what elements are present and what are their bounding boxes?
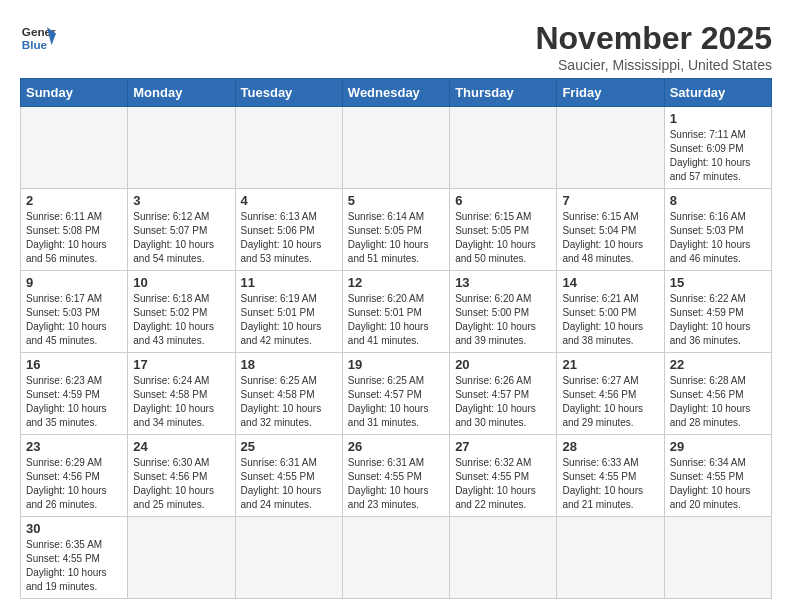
- day-number: 17: [133, 357, 229, 372]
- day-number: 14: [562, 275, 658, 290]
- header-monday: Monday: [128, 79, 235, 107]
- day-info: Sunrise: 6:18 AM Sunset: 5:02 PM Dayligh…: [133, 292, 229, 348]
- day-cell: 27Sunrise: 6:32 AM Sunset: 4:55 PM Dayli…: [450, 435, 557, 517]
- day-info: Sunrise: 6:35 AM Sunset: 4:55 PM Dayligh…: [26, 538, 122, 594]
- day-cell: 24Sunrise: 6:30 AM Sunset: 4:56 PM Dayli…: [128, 435, 235, 517]
- day-cell: 2Sunrise: 6:11 AM Sunset: 5:08 PM Daylig…: [21, 189, 128, 271]
- day-number: 1: [670, 111, 766, 126]
- day-cell: [342, 107, 449, 189]
- day-cell: [128, 107, 235, 189]
- day-info: Sunrise: 6:24 AM Sunset: 4:58 PM Dayligh…: [133, 374, 229, 430]
- svg-text:Blue: Blue: [22, 38, 48, 51]
- location-subtitle: Saucier, Mississippi, United States: [535, 57, 772, 73]
- day-cell: 16Sunrise: 6:23 AM Sunset: 4:59 PM Dayli…: [21, 353, 128, 435]
- week-row-5: 30Sunrise: 6:35 AM Sunset: 4:55 PM Dayli…: [21, 517, 772, 599]
- day-number: 27: [455, 439, 551, 454]
- day-info: Sunrise: 6:20 AM Sunset: 5:01 PM Dayligh…: [348, 292, 444, 348]
- week-row-3: 16Sunrise: 6:23 AM Sunset: 4:59 PM Dayli…: [21, 353, 772, 435]
- page-header: General Blue November 2025 Saucier, Miss…: [10, 10, 782, 78]
- day-cell: 29Sunrise: 6:34 AM Sunset: 4:55 PM Dayli…: [664, 435, 771, 517]
- day-info: Sunrise: 6:22 AM Sunset: 4:59 PM Dayligh…: [670, 292, 766, 348]
- day-number: 7: [562, 193, 658, 208]
- day-number: 3: [133, 193, 229, 208]
- day-cell: 10Sunrise: 6:18 AM Sunset: 5:02 PM Dayli…: [128, 271, 235, 353]
- day-number: 2: [26, 193, 122, 208]
- day-number: 4: [241, 193, 337, 208]
- day-info: Sunrise: 6:28 AM Sunset: 4:56 PM Dayligh…: [670, 374, 766, 430]
- day-cell: [450, 517, 557, 599]
- header-saturday: Saturday: [664, 79, 771, 107]
- day-cell: 19Sunrise: 6:25 AM Sunset: 4:57 PM Dayli…: [342, 353, 449, 435]
- day-info: Sunrise: 6:29 AM Sunset: 4:56 PM Dayligh…: [26, 456, 122, 512]
- day-info: Sunrise: 6:17 AM Sunset: 5:03 PM Dayligh…: [26, 292, 122, 348]
- day-cell: 15Sunrise: 6:22 AM Sunset: 4:59 PM Dayli…: [664, 271, 771, 353]
- day-info: Sunrise: 6:21 AM Sunset: 5:00 PM Dayligh…: [562, 292, 658, 348]
- day-cell: 4Sunrise: 6:13 AM Sunset: 5:06 PM Daylig…: [235, 189, 342, 271]
- title-block: November 2025 Saucier, Mississippi, Unit…: [535, 20, 772, 73]
- calendar-table: SundayMondayTuesdayWednesdayThursdayFrid…: [20, 78, 772, 599]
- day-number: 6: [455, 193, 551, 208]
- day-cell: [450, 107, 557, 189]
- day-cell: 6Sunrise: 6:15 AM Sunset: 5:05 PM Daylig…: [450, 189, 557, 271]
- day-info: Sunrise: 7:11 AM Sunset: 6:09 PM Dayligh…: [670, 128, 766, 184]
- day-info: Sunrise: 6:31 AM Sunset: 4:55 PM Dayligh…: [348, 456, 444, 512]
- week-row-4: 23Sunrise: 6:29 AM Sunset: 4:56 PM Dayli…: [21, 435, 772, 517]
- day-cell: [21, 107, 128, 189]
- day-number: 11: [241, 275, 337, 290]
- day-number: 16: [26, 357, 122, 372]
- day-info: Sunrise: 6:14 AM Sunset: 5:05 PM Dayligh…: [348, 210, 444, 266]
- logo-icon: General Blue: [20, 20, 56, 56]
- day-cell: [128, 517, 235, 599]
- day-info: Sunrise: 6:27 AM Sunset: 4:56 PM Dayligh…: [562, 374, 658, 430]
- day-cell: [664, 517, 771, 599]
- day-number: 25: [241, 439, 337, 454]
- day-info: Sunrise: 6:32 AM Sunset: 4:55 PM Dayligh…: [455, 456, 551, 512]
- day-cell: 28Sunrise: 6:33 AM Sunset: 4:55 PM Dayli…: [557, 435, 664, 517]
- day-cell: [557, 517, 664, 599]
- header-tuesday: Tuesday: [235, 79, 342, 107]
- day-cell: 22Sunrise: 6:28 AM Sunset: 4:56 PM Dayli…: [664, 353, 771, 435]
- day-number: 8: [670, 193, 766, 208]
- day-number: 30: [26, 521, 122, 536]
- day-cell: 25Sunrise: 6:31 AM Sunset: 4:55 PM Dayli…: [235, 435, 342, 517]
- day-info: Sunrise: 6:23 AM Sunset: 4:59 PM Dayligh…: [26, 374, 122, 430]
- day-info: Sunrise: 6:15 AM Sunset: 5:04 PM Dayligh…: [562, 210, 658, 266]
- header-row: SundayMondayTuesdayWednesdayThursdayFrid…: [21, 79, 772, 107]
- day-cell: 23Sunrise: 6:29 AM Sunset: 4:56 PM Dayli…: [21, 435, 128, 517]
- day-cell: 17Sunrise: 6:24 AM Sunset: 4:58 PM Dayli…: [128, 353, 235, 435]
- month-year-title: November 2025: [535, 20, 772, 57]
- day-cell: 3Sunrise: 6:12 AM Sunset: 5:07 PM Daylig…: [128, 189, 235, 271]
- day-cell: 8Sunrise: 6:16 AM Sunset: 5:03 PM Daylig…: [664, 189, 771, 271]
- day-cell: 9Sunrise: 6:17 AM Sunset: 5:03 PM Daylig…: [21, 271, 128, 353]
- header-sunday: Sunday: [21, 79, 128, 107]
- day-number: 28: [562, 439, 658, 454]
- day-info: Sunrise: 6:33 AM Sunset: 4:55 PM Dayligh…: [562, 456, 658, 512]
- header-wednesday: Wednesday: [342, 79, 449, 107]
- day-cell: 5Sunrise: 6:14 AM Sunset: 5:05 PM Daylig…: [342, 189, 449, 271]
- header-friday: Friday: [557, 79, 664, 107]
- day-cell: 13Sunrise: 6:20 AM Sunset: 5:00 PM Dayli…: [450, 271, 557, 353]
- day-info: Sunrise: 6:30 AM Sunset: 4:56 PM Dayligh…: [133, 456, 229, 512]
- day-number: 9: [26, 275, 122, 290]
- day-number: 19: [348, 357, 444, 372]
- day-number: 20: [455, 357, 551, 372]
- day-number: 10: [133, 275, 229, 290]
- day-cell: 12Sunrise: 6:20 AM Sunset: 5:01 PM Dayli…: [342, 271, 449, 353]
- day-number: 26: [348, 439, 444, 454]
- logo: General Blue: [20, 20, 56, 56]
- day-cell: 20Sunrise: 6:26 AM Sunset: 4:57 PM Dayli…: [450, 353, 557, 435]
- day-info: Sunrise: 6:12 AM Sunset: 5:07 PM Dayligh…: [133, 210, 229, 266]
- day-cell: 21Sunrise: 6:27 AM Sunset: 4:56 PM Dayli…: [557, 353, 664, 435]
- day-number: 18: [241, 357, 337, 372]
- day-cell: 30Sunrise: 6:35 AM Sunset: 4:55 PM Dayli…: [21, 517, 128, 599]
- day-cell: [235, 517, 342, 599]
- day-number: 21: [562, 357, 658, 372]
- day-number: 29: [670, 439, 766, 454]
- day-number: 22: [670, 357, 766, 372]
- day-number: 12: [348, 275, 444, 290]
- day-info: Sunrise: 6:25 AM Sunset: 4:58 PM Dayligh…: [241, 374, 337, 430]
- week-row-0: 1Sunrise: 7:11 AM Sunset: 6:09 PM Daylig…: [21, 107, 772, 189]
- header-thursday: Thursday: [450, 79, 557, 107]
- day-cell: 11Sunrise: 6:19 AM Sunset: 5:01 PM Dayli…: [235, 271, 342, 353]
- day-info: Sunrise: 6:20 AM Sunset: 5:00 PM Dayligh…: [455, 292, 551, 348]
